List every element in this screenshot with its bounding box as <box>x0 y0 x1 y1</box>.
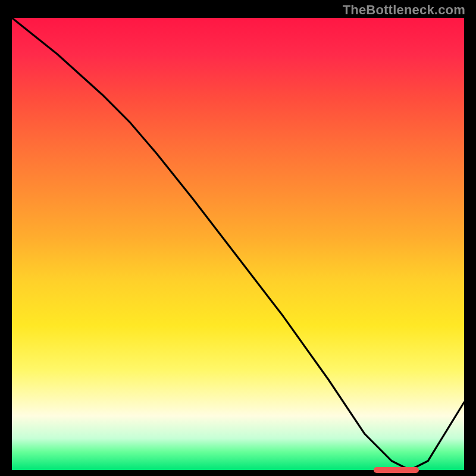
plot-area <box>12 18 464 470</box>
watermark-text: TheBottleneck.com <box>343 2 465 18</box>
bottleneck-curve <box>12 18 464 470</box>
optimal-range-marker <box>374 467 419 473</box>
chart-frame: TheBottleneck.com <box>0 0 476 476</box>
